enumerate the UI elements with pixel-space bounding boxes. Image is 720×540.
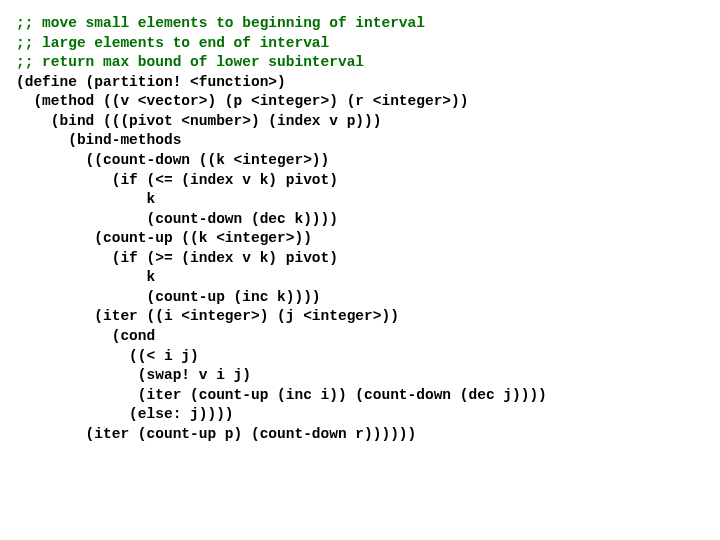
comment-line-0: ;; move small elements to beginning of i… (16, 15, 425, 31)
code-line-1: (method ((v <vector>) (p <integer>) (r <… (16, 93, 468, 109)
code-line-4: ((count-down ((k <integer>)) (16, 152, 329, 168)
code-line-0: (define (partition! <function>) (16, 74, 286, 90)
code-line-5: (if (<= (index v k) pivot) (16, 172, 338, 188)
code-line-18: (iter (count-up p) (count-down r)))))) (16, 426, 416, 442)
code-line-2: (bind (((pivot <number>) (index v p))) (16, 113, 381, 129)
code-line-11: (count-up (inc k)))) (16, 289, 321, 305)
code-line-8: (count-up ((k <integer>)) (16, 230, 312, 246)
code-line-6: k (16, 191, 155, 207)
code-line-17: (else: j)))) (16, 406, 234, 422)
code-line-10: k (16, 269, 155, 285)
code-line-3: (bind-methods (16, 132, 181, 148)
code-line-9: (if (>= (index v k) pivot) (16, 250, 338, 266)
comment-line-2: ;; return max bound of lower subinterval (16, 54, 364, 70)
code-slide: ;; move small elements to beginning of i… (0, 0, 720, 458)
code-line-15: (swap! v i j) (16, 367, 251, 383)
code-line-14: ((< i j) (16, 348, 199, 364)
code-line-16: (iter (count-up (inc i)) (count-down (de… (16, 387, 547, 403)
comment-line-1: ;; large elements to end of interval (16, 35, 329, 51)
code-line-13: (cond (16, 328, 155, 344)
code-line-7: (count-down (dec k)))) (16, 211, 338, 227)
code-line-12: (iter ((i <integer>) (j <integer>)) (16, 308, 399, 324)
